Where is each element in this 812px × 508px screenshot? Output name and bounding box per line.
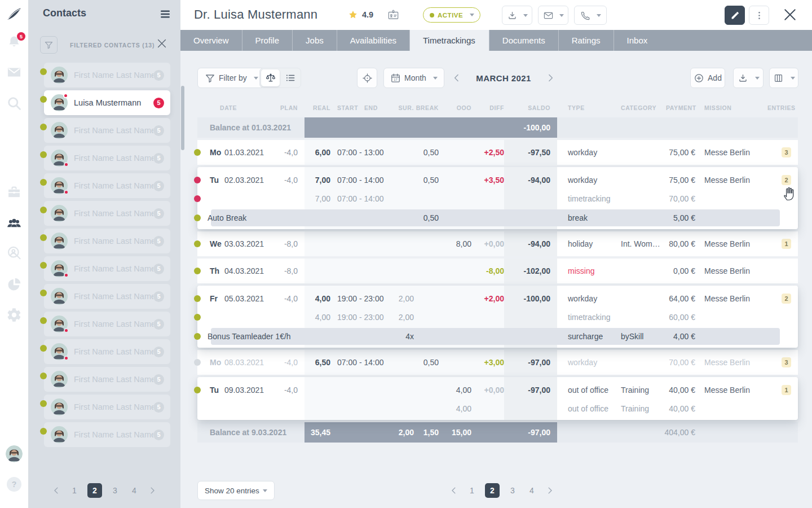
filter-button[interactable] xyxy=(40,36,58,54)
export-dropdown-button[interactable] xyxy=(502,6,532,25)
tab-documents[interactable]: Documents xyxy=(489,30,558,51)
tab-ratings[interactable]: Ratings xyxy=(558,30,614,51)
month-label: Month xyxy=(404,73,426,82)
contact-item[interactable]: First Name Last Name5 xyxy=(44,422,170,447)
menu-hamburger-icon[interactable] xyxy=(159,8,171,20)
contact-item-selected[interactable]: Luisa Mustermann5 xyxy=(44,90,170,115)
contact-badge: 5 xyxy=(153,347,164,357)
contact-item[interactable]: First Name Last Name5 xyxy=(44,256,170,281)
contact-item[interactable]: First Name Last Name5 xyxy=(44,146,170,170)
contact-item[interactable]: First Name Last Name5 xyxy=(44,339,170,364)
balance-view-toggle[interactable] xyxy=(261,69,280,86)
contact-item[interactable]: First Name Last Name5 xyxy=(44,173,170,198)
notifications-button[interactable]: 5 xyxy=(6,34,22,50)
page-3[interactable]: 3 xyxy=(109,484,121,497)
tab-availabilities[interactable]: Availabilities xyxy=(337,30,410,51)
page-4[interactable]: 4 xyxy=(128,484,140,497)
contact-item[interactable]: First Name Last Name5 xyxy=(44,367,170,392)
avatar xyxy=(51,205,68,222)
entries-badge[interactable]: 3 xyxy=(782,357,791,367)
timetracking-subrow[interactable]: 7,0007:00 - 14:00timetracking70,00 € xyxy=(197,190,798,207)
locate-button[interactable] xyxy=(357,68,377,88)
id-badge-icon[interactable] xyxy=(387,8,400,21)
contact-item[interactable]: First Name Last Name5 xyxy=(44,395,170,419)
expanded-row-group[interactable]: Fr05.03.2021-4,04,0019:00 - 23:002,00+2,… xyxy=(197,286,798,348)
contact-item[interactable]: First Name Last Name5 xyxy=(44,312,170,336)
sidebar-scrollbar[interactable] xyxy=(181,86,184,150)
page-3[interactable]: 3 xyxy=(506,484,519,497)
page-1[interactable]: 1 xyxy=(466,484,478,497)
timetracking-highlight-row[interactable]: Auto Break0,50break5,00 € xyxy=(197,209,798,226)
clear-filter-icon[interactable] xyxy=(156,37,168,50)
availability-dot xyxy=(40,124,47,130)
contact-item[interactable]: First Name Last Name5 xyxy=(44,229,170,253)
filter-by-dropdown[interactable]: Filter by xyxy=(197,68,266,88)
add-button[interactable]: Add xyxy=(690,68,725,88)
edit-button[interactable] xyxy=(725,6,745,25)
prev-page-icon[interactable] xyxy=(449,485,459,496)
expanded-row-group[interactable]: Tu09.03.2021-4,04,00+0,00-97,00out of of… xyxy=(197,377,798,420)
page-1[interactable]: 1 xyxy=(68,484,81,497)
candidate-search-icon[interactable] xyxy=(6,246,22,261)
next-page-icon[interactable] xyxy=(545,485,555,496)
next-month-icon[interactable] xyxy=(545,72,556,84)
contact-name: First Name Last Name xyxy=(74,375,153,384)
show-entries-dropdown[interactable]: Show 20 entries xyxy=(197,481,275,500)
help-button[interactable]: ? xyxy=(7,477,21,492)
timetracking-row[interactable]: Tu02.03.2021-4,07,0007:00 - 14:000,50+3,… xyxy=(197,170,798,190)
contact-item[interactable]: First Name Last Name5 xyxy=(44,63,170,87)
tab-jobs[interactable]: Jobs xyxy=(293,30,337,51)
entries-badge[interactable]: 2 xyxy=(782,294,791,304)
timetracking-row[interactable]: Tu09.03.2021-4,04,00+0,00-97,00out of of… xyxy=(197,380,798,400)
prev-page-icon[interactable] xyxy=(51,485,61,496)
contact-item[interactable]: First Name Last Name5 xyxy=(44,118,170,143)
email-dropdown-button[interactable] xyxy=(538,6,568,25)
entries-badge[interactable]: 2 xyxy=(782,175,791,185)
list-view-toggle[interactable] xyxy=(281,69,299,86)
close-icon[interactable] xyxy=(782,6,798,23)
period-dropdown[interactable]: 17 Month xyxy=(383,68,444,88)
avatar xyxy=(51,260,68,277)
contact-item[interactable]: First Name Last Name5 xyxy=(44,284,170,309)
timetracking-highlight-row[interactable]: Bonus Teamleader 1€/h4xsurchargebySkill4… xyxy=(197,328,798,345)
timetracking-row[interactable]: Mo01.03.2021-4,06,0007:00 - 13:000,50+2,… xyxy=(197,140,798,165)
timetracking-subrow[interactable]: 4,0019:00 - 23:002,00timetracking60,00 € xyxy=(197,309,798,326)
statistics-pie-icon[interactable] xyxy=(6,277,22,292)
entries-badge[interactable]: 3 xyxy=(782,147,791,157)
column-header: OOO xyxy=(439,104,471,111)
contacts-people-icon[interactable] xyxy=(6,216,22,231)
settings-gear-icon[interactable] xyxy=(6,307,22,323)
contact-name: First Name Last Name xyxy=(74,126,153,135)
expanded-row-group[interactable]: Tu02.03.2021-4,07,0007:00 - 14:000,50+3,… xyxy=(197,167,798,229)
tab-overview[interactable]: Overview xyxy=(180,30,242,51)
call-dropdown-button[interactable] xyxy=(574,6,607,25)
contact-item[interactable]: First Name Last Name5 xyxy=(44,201,170,226)
timetracking-row[interactable]: We03.03.2021-8,08,00+0,00-94,00holidayIn… xyxy=(197,231,798,256)
mail-icon[interactable] xyxy=(6,64,22,80)
user-avatar[interactable] xyxy=(6,445,23,462)
tab-timetrackings[interactable]: Timetrackings xyxy=(410,30,489,51)
page-2[interactable]: 2 xyxy=(87,483,102,498)
contact-badge: 5 xyxy=(153,291,164,302)
tab-profile[interactable]: Profile xyxy=(242,30,293,51)
tab-bar: OverviewProfileJobsAvailabilitiesTimetra… xyxy=(180,30,812,51)
status-dropdown[interactable]: ACTIVE xyxy=(423,7,480,23)
more-options-button[interactable] xyxy=(749,6,769,25)
availability-dot xyxy=(40,96,47,103)
timetracking-row[interactable]: Th04.03.2021-8,0-8,00-102,00missing0,00 … xyxy=(197,259,798,283)
entries-badge[interactable]: 1 xyxy=(782,239,791,249)
entries-badge[interactable]: 1 xyxy=(782,385,791,395)
page-4[interactable]: 4 xyxy=(526,484,538,497)
prev-month-icon[interactable] xyxy=(451,72,462,84)
page-2[interactable]: 2 xyxy=(485,483,500,498)
tab-inbox[interactable]: Inbox xyxy=(614,30,661,51)
timetracking-row[interactable]: Mo08.03.2021-4,06,5007:00 - 14:000,50+3,… xyxy=(197,350,798,375)
export-table-button[interactable] xyxy=(733,68,764,88)
search-icon[interactable] xyxy=(6,95,22,111)
columns-button[interactable] xyxy=(769,68,798,88)
jobs-briefcase-icon[interactable] xyxy=(6,185,22,200)
timetracking-subrow[interactable]: 4,00out of officeTraining40,00 € xyxy=(197,400,798,417)
next-page-icon[interactable] xyxy=(147,485,157,496)
svg-text:17: 17 xyxy=(394,78,398,81)
timetracking-row[interactable]: Fr05.03.2021-4,04,0019:00 - 23:002,00+2,… xyxy=(197,288,798,309)
